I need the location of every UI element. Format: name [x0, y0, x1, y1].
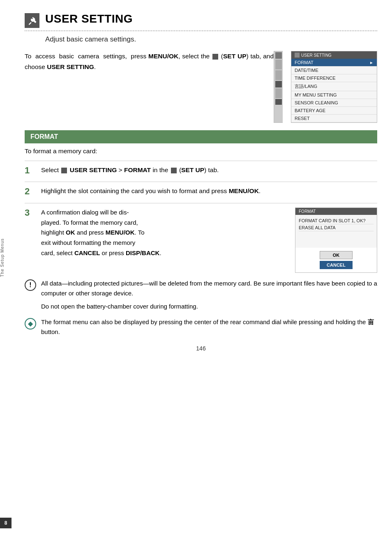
menu-screenshot-header: USER SETTING	[291, 51, 377, 59]
menu-item-reset[interactable]: RESET	[291, 115, 377, 122]
msi-6	[275, 99, 282, 105]
header-divider	[25, 30, 377, 31]
svg-rect-0	[28, 22, 31, 25]
menu-item-reset-label: RESET	[295, 116, 310, 121]
warning-icon: !	[25, 279, 36, 291]
step-2-content: Highlight the slot containing the card y…	[41, 186, 377, 196]
menu-item-sensor[interactable]: SENSOR CLEANING	[291, 99, 377, 107]
menu-sidebar-icons	[274, 51, 283, 123]
step1-setup: SET UP	[181, 166, 204, 173]
dialog-header: FORMAT	[295, 208, 377, 215]
step-1: 1 Select USER SETTING > FORMAT in the (S…	[25, 165, 377, 176]
menu-item-mymenu[interactable]: MY MENU SETTING	[291, 91, 377, 99]
msi-4	[275, 81, 282, 88]
menu-header-icon	[295, 53, 300, 58]
menu-item-battery[interactable]: BATTERY AGE	[291, 107, 377, 115]
set-up-bold: SET UP	[223, 53, 247, 60]
dialog-item-format-card: FORMAT CARD IN SLOT 1, OK?	[299, 217, 374, 224]
step3-menuok: MENU/OK	[106, 229, 135, 236]
page-num-box: 8	[0, 518, 12, 528]
user-setting-icon	[25, 13, 39, 28]
menu-item-lang-label: 言語/LANG	[295, 83, 317, 90]
setup-tab-icon	[212, 54, 218, 60]
menu-ok-bold: MENU/OK	[148, 53, 178, 60]
dialog-buttons: OK CANCEL	[295, 248, 377, 272]
menu-header-label: USER SETTING	[301, 53, 332, 58]
menu-screenshot-container: USER SETTING FORMAT ► DATE/TIME TIME DIF…	[274, 51, 377, 123]
intro-block: To access basic camera settings, press M…	[25, 51, 377, 123]
sidebar-label: The Setup Menus	[0, 238, 8, 277]
header-section: USER SETTING	[25, 12, 377, 28]
step1-format: FORMAT	[124, 166, 151, 173]
menu-screenshot: USER SETTING FORMAT ► DATE/TIME TIME DIF…	[291, 51, 377, 123]
format-heading-label: FORMAT	[30, 133, 58, 140]
dialog-header-label: FORMAT	[299, 209, 316, 214]
step2-menuok: MENU/OK	[229, 187, 259, 194]
menu-item-datetime[interactable]: DATE/TIME	[291, 67, 377, 74]
dialog-item-erase: ERASE ALL DATA	[299, 224, 374, 231]
menu-item-format[interactable]: FORMAT ►	[291, 59, 377, 67]
step-2: 2 Highlight the slot containing the card…	[25, 186, 377, 197]
page-number: 146	[25, 345, 377, 360]
tip-text-1: The format menu can also be displayed by…	[41, 317, 377, 337]
step-3-content: A confirmation dialog will be dis- playe…	[41, 207, 288, 258]
step1-icon	[61, 168, 67, 173]
intro-text: To access basic camera settings, press M…	[25, 51, 274, 72]
step1-icon2	[171, 168, 177, 173]
tip-note: ◆ The format menu can also be displayed …	[25, 317, 377, 337]
menu-arrow-format: ►	[369, 60, 374, 65]
warning-text-1: All data—including protected pictures—wi…	[41, 279, 377, 298]
msi-2	[275, 60, 282, 69]
menu-item-format-label: FORMAT	[295, 60, 314, 65]
msi-3	[275, 70, 282, 80]
step3-cancel: CANCEL	[74, 249, 100, 256]
main-content: USER SETTING Adjust basic camera setting…	[12, 0, 392, 372]
warning-note: ! All data—including protected pictures—…	[25, 279, 377, 311]
menu-item-mymenu-label: MY MENU SETTING	[295, 92, 337, 97]
tip-icon: ◆	[25, 318, 36, 329]
tip-content: The format menu can also be displayed by…	[41, 317, 377, 337]
menu-item-timediff-label: TIME DIFFERENCE	[295, 76, 336, 81]
warning-text-2: Do not open the battery-chamber cover du…	[41, 302, 377, 311]
section-rule-2	[25, 182, 377, 182]
user-setting-bold: USER SETTING	[47, 63, 94, 70]
step3-dispback: DISP/BACK	[126, 249, 160, 256]
step-3-inner: 3 A confirmation dialog will be dis- pla…	[25, 207, 288, 258]
format-section-heading: FORMAT	[25, 130, 377, 143]
step1-usersetting: USER SETTING	[70, 166, 117, 173]
tip-trash-icon: 亩	[368, 318, 374, 325]
page-title: USER SETTING	[45, 12, 133, 25]
msi-5	[275, 88, 282, 98]
step-1-content: Select USER SETTING > FORMAT in the (SET…	[41, 165, 377, 175]
format-subtext: To format a memory card:	[25, 147, 377, 155]
step-3-number: 3	[25, 207, 38, 218]
menu-item-timediff[interactable]: TIME DIFFERENCE	[291, 74, 377, 82]
header-subtitle: Adjust basic camera settings.	[45, 35, 377, 44]
step3-ok: OK	[66, 229, 75, 236]
step-2-number: 2	[25, 186, 38, 197]
dialog-body: FORMAT CARD IN SLOT 1, OK? ERASE ALL DAT…	[295, 215, 377, 248]
menu-item-battery-label: BATTERY AGE	[295, 108, 325, 113]
menu-item-datetime-label: DATE/TIME	[295, 68, 318, 73]
step-1-number: 1	[25, 165, 38, 176]
msi-1	[275, 52, 282, 59]
dialog-ok-button[interactable]: OK	[320, 251, 353, 259]
dialog-cancel-button[interactable]: CANCEL	[320, 261, 353, 269]
dialog-screenshot: FORMAT FORMAT CARD IN SLOT 1, OK? ERASE …	[295, 207, 377, 273]
menu-item-sensor-label: SENSOR CLEANING	[295, 100, 338, 105]
sidebar: The Setup Menus 8	[0, 0, 12, 553]
warning-content: All data—including protected pictures—wi…	[41, 279, 377, 311]
section-rule-1	[25, 161, 377, 161]
menu-item-lang[interactable]: 言語/LANG	[291, 82, 377, 91]
step-3-block: 3 A confirmation dialog will be dis- pla…	[25, 207, 377, 273]
wrench-icon	[28, 16, 37, 25]
section-rule-3	[25, 203, 377, 203]
